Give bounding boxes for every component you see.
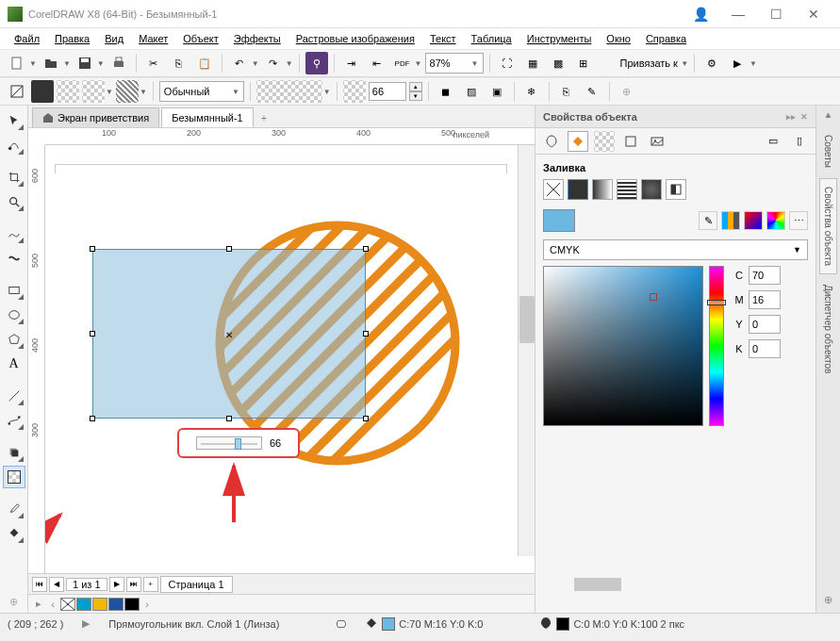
crop-tool[interactable]: [3, 166, 25, 189]
ellipse-tool[interactable]: [3, 304, 25, 326]
export-button[interactable]: ⇤: [366, 52, 388, 74]
y-input[interactable]: [749, 315, 781, 334]
outline-tab-icon[interactable]: [541, 131, 562, 152]
merge-mode-combo[interactable]: Обычный▼: [159, 81, 244, 102]
undo-button[interactable]: ↶: [228, 52, 251, 74]
palette-swatch[interactable]: [108, 598, 124, 611]
side-add-icon[interactable]: ⊕: [824, 594, 832, 613]
cut-button[interactable]: ✂: [142, 52, 165, 74]
fountain-fill-button[interactable]: [592, 179, 613, 200]
fullscreen-button[interactable]: ⛶: [496, 52, 519, 74]
launch-button[interactable]: ▶: [726, 52, 749, 74]
color-sliders-icon[interactable]: [721, 211, 740, 230]
prev-page-button[interactable]: ◀: [49, 577, 64, 592]
menu-view[interactable]: Вид: [98, 30, 130, 47]
selected-rectangle-object[interactable]: ✕: [92, 249, 366, 419]
menu-object[interactable]: Объект: [176, 30, 224, 47]
freehand-tool[interactable]: [3, 222, 25, 245]
texture-fill-button[interactable]: [641, 179, 662, 200]
postscript-fill-button[interactable]: [666, 179, 686, 200]
menu-effects[interactable]: Эффекты: [227, 30, 288, 47]
last-page-button[interactable]: ⏭: [126, 577, 141, 592]
tab-mode-icon[interactable]: ▯: [789, 131, 810, 152]
redo-button[interactable]: ↷: [262, 52, 285, 74]
side-tab-object-manager[interactable]: Диспетчер объектов: [819, 276, 837, 382]
color-model-combo[interactable]: CMYK▼: [543, 239, 808, 260]
fill-tool[interactable]: [3, 522, 25, 545]
menu-tools[interactable]: Инструменты: [520, 30, 599, 47]
minimize-button[interactable]: —: [719, 1, 757, 27]
palette-prev-icon[interactable]: ‹: [46, 599, 59, 610]
bitmap-tab-icon[interactable]: [647, 131, 667, 152]
palette-swatch[interactable]: [92, 598, 107, 611]
more-options-icon[interactable]: ⋯: [789, 211, 808, 230]
open-button[interactable]: [40, 52, 62, 74]
zoom-combo[interactable]: 87%▼: [425, 53, 484, 74]
opacity-popup[interactable]: 66: [177, 428, 300, 458]
print-button[interactable]: [107, 52, 130, 74]
dimension-tool[interactable]: [3, 385, 25, 407]
vertical-scrollbar[interactable]: [518, 145, 535, 556]
tab-document[interactable]: Безымянный-1: [161, 107, 254, 127]
eyedropper-icon[interactable]: ✎: [699, 211, 717, 230]
pattern-trans-button[interactable]: [82, 80, 105, 103]
apply-fill-button[interactable]: ▨: [460, 80, 483, 103]
apply-all-button[interactable]: ◼: [435, 80, 457, 103]
uniform-trans-button[interactable]: [31, 80, 54, 103]
quick-customize-button[interactable]: ⊕: [3, 590, 25, 613]
menu-file[interactable]: Файл: [8, 30, 46, 47]
color-proof-icon[interactable]: 🖵: [336, 618, 346, 630]
pattern-fill-button[interactable]: [617, 179, 637, 200]
copy-props-button[interactable]: ⎘: [555, 80, 578, 103]
shape-tool[interactable]: [3, 134, 25, 156]
palette-swatch[interactable]: [76, 598, 91, 611]
m-input[interactable]: [749, 290, 781, 309]
guides-button[interactable]: ⊞: [572, 52, 595, 74]
ruler-vertical[interactable]: 600 500 400 300: [28, 145, 45, 573]
menu-bitmaps[interactable]: Растровые изображения: [289, 30, 421, 47]
snap-label[interactable]: Привязать к: [620, 58, 678, 69]
fill-indicator-icon[interactable]: [365, 616, 378, 632]
fill-tab-icon[interactable]: [568, 131, 588, 152]
text-tool[interactable]: A: [3, 353, 25, 375]
side-tab-hints[interactable]: Советы: [819, 126, 837, 176]
options-button[interactable]: ⚙: [700, 52, 723, 74]
ruler-horizontal[interactable]: 100 200 300 400 500 пикселей: [45, 128, 535, 145]
tab-welcome[interactable]: Экран приветствия: [32, 107, 159, 127]
opacity-spinner[interactable]: ▲▼: [409, 82, 422, 101]
palette-arrow-icon[interactable]: ▲: [824, 109, 833, 124]
edit-trans-button[interactable]: ✎: [581, 80, 603, 103]
palette-noswatch[interactable]: [60, 598, 75, 611]
horizontal-scrollbar[interactable]: [235, 576, 531, 593]
current-fill-swatch[interactable]: [543, 209, 575, 232]
first-page-button[interactable]: ⏮: [32, 577, 47, 592]
scroll-mode-icon[interactable]: ▭: [763, 131, 783, 152]
hue-slider[interactable]: [709, 266, 724, 426]
edit-transparency-button[interactable]: [6, 80, 28, 103]
add-page-button[interactable]: +: [143, 577, 158, 592]
add-tab-button[interactable]: +: [255, 108, 272, 127]
user-icon[interactable]: 👤: [682, 1, 719, 27]
add-preset-button[interactable]: ⊕: [616, 80, 638, 103]
menu-edit[interactable]: Правка: [48, 30, 96, 47]
menu-text[interactable]: Текст: [423, 30, 463, 47]
close-button[interactable]: ✕: [795, 1, 832, 27]
transparency-tool[interactable]: [3, 466, 25, 488]
copy-button[interactable]: ⎘: [168, 52, 190, 74]
palette-swatch[interactable]: [124, 598, 140, 611]
artistic-media-tool[interactable]: [3, 247, 25, 270]
import-button[interactable]: ⇥: [340, 52, 363, 74]
opacity-slider[interactable]: [196, 436, 262, 450]
frame-tab-icon[interactable]: [620, 131, 641, 152]
paste-button[interactable]: 📋: [193, 52, 216, 74]
maximize-button[interactable]: ☐: [757, 1, 795, 27]
menu-table[interactable]: Таблица: [465, 30, 519, 47]
page-tab[interactable]: Страница 1: [160, 576, 233, 593]
eyedropper-tool[interactable]: [3, 498, 25, 520]
transparency-tab-icon[interactable]: [594, 131, 615, 152]
color-viewers-icon[interactable]: [744, 211, 763, 230]
dropshadow-tool[interactable]: [3, 441, 25, 464]
drawing-canvas[interactable]: ✕ 66: [45, 145, 535, 573]
c-input[interactable]: [749, 266, 781, 285]
outline-indicator-icon[interactable]: [539, 616, 552, 632]
